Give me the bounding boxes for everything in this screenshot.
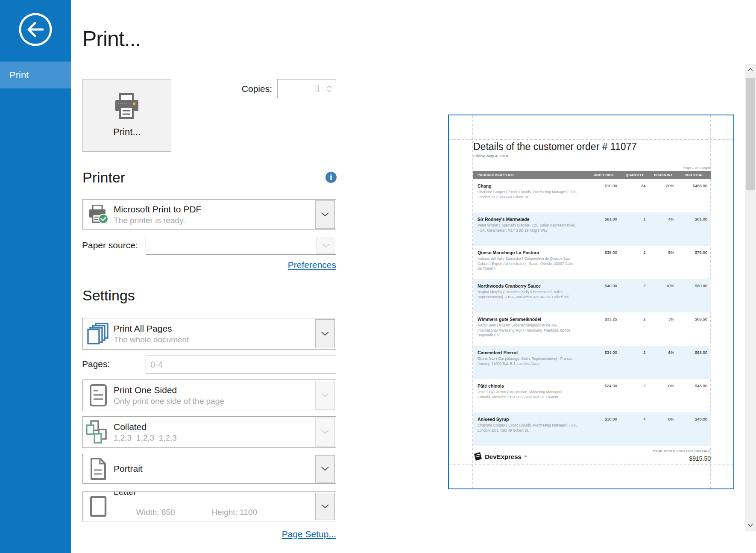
supplier-info: Jean-Guy Lauzon ( Ma Maison, Marketing M… <box>478 390 577 400</box>
printer-section-title: Printer <box>82 169 125 186</box>
preview-page[interactable]: Details of the customer order # 11077 Fr… <box>448 115 734 489</box>
report-total-value: $915.50 <box>653 455 711 462</box>
scroll-down-icon[interactable] <box>745 520 756 531</box>
report-total-label: TOTAL ORDER COST FOR THIS PAGE <box>653 449 711 453</box>
quantity-cell: 2 <box>621 346 649 379</box>
print-button-label: Print... <box>113 126 141 138</box>
discount-cell: 0% <box>649 412 677 446</box>
orientation-select[interactable]: Portrait <box>82 454 336 484</box>
one-sided-page-icon <box>89 384 108 407</box>
back-button[interactable] <box>17 11 54 48</box>
spin-up-icon[interactable] <box>327 85 332 89</box>
print-sided-select[interactable]: Print One Sided Only print one side of t… <box>82 379 336 411</box>
column-header: DISCOUNT <box>649 173 677 177</box>
quantity-cell: 2 <box>621 279 649 312</box>
preferences-link[interactable]: Preferences <box>288 260 336 270</box>
discount-cell: 10% <box>649 279 677 312</box>
printer-ready-icon <box>88 205 109 224</box>
print-range-title: Print All Pages <box>114 324 314 334</box>
discount-cell: 20% <box>649 179 677 212</box>
print-dialog-window: DXApplication Print Print... <box>0 0 756 553</box>
print-range-dropdown-button[interactable] <box>315 319 335 348</box>
margin-guide-bottom <box>449 464 733 465</box>
subtotal-cell: $80.00 <box>677 279 711 312</box>
paper-source-select[interactable] <box>146 237 336 255</box>
orientation-dropdown-button[interactable] <box>315 455 335 482</box>
page-setup-link[interactable]: Page Setup... <box>282 529 336 539</box>
discount-cell: 0% <box>649 379 677 412</box>
paper-height-label: Height: 1100 <box>212 508 257 517</box>
report-table-row: Pâté chinois Jean-Guy Lauzon ( Ma Maison… <box>473 379 711 412</box>
devexpress-logo-icon <box>473 452 483 461</box>
discount-cell: 5% <box>649 246 677 279</box>
chevron-down-icon <box>321 504 329 509</box>
spin-down-icon[interactable] <box>327 89 332 93</box>
subtotal-cell: $76.00 <box>677 246 711 279</box>
unit-price-cell: $34.00 <box>587 346 621 379</box>
column-header: UNIT PRICE <box>587 173 621 177</box>
subtotal-cell: $68.00 <box>677 346 711 379</box>
pages-placeholder: 0-4 <box>146 360 336 370</box>
column-header: QUANTITY <box>621 173 649 177</box>
product-name: Wimmers gute Semmelknödel <box>478 317 577 322</box>
sidebar-item-print[interactable]: Print <box>0 62 71 88</box>
report-table-row: Chang Charlotte Cooper ( Exotic Liquids,… <box>473 179 711 212</box>
chevron-down-icon <box>321 212 329 217</box>
copies-value: 1 <box>278 84 323 94</box>
supplier-info: Eliane Noz ( Gai pâturage, Sales Represe… <box>478 356 577 366</box>
pages-input[interactable]: 0-4 <box>146 356 336 374</box>
chevron-down-icon <box>322 244 330 248</box>
report-table-body: Chang Charlotte Cooper ( Exotic Liquids,… <box>473 179 711 446</box>
unit-price-cell: $33.25 <box>587 312 621 346</box>
report-table-header: PRODUCT/SUPPLIERUNIT PRICEQUANTITYDISCOU… <box>473 171 711 179</box>
report-table-row: Northwoods Cranberry Sauce Regina Murphy… <box>473 279 711 312</box>
discount-cell: 3% <box>649 312 677 346</box>
report-logo-text: DevExpress <box>485 453 522 460</box>
collated-icon <box>85 420 109 444</box>
quantity-cell: 4 <box>621 412 649 446</box>
discount-cell: 6% <box>649 346 677 379</box>
report-table-row: Sir Rodney's Marmalade Peter Wilson ( Sp… <box>473 212 711 246</box>
product-name: Queso Manchego La Pastora <box>478 250 577 255</box>
product-name: Chang <box>478 183 577 188</box>
chevron-down-icon <box>321 467 329 471</box>
supplier-info: Peter Wilson ( Specialty Biscuits, Ltd.,… <box>478 223 577 233</box>
report-date: Friday, May 4, 2018 <box>473 154 711 158</box>
scrollbar-thumb[interactable] <box>746 78 755 190</box>
paper-source-dropdown-button <box>316 238 335 254</box>
print-range-select[interactable]: Print All Pages The whole document <box>82 318 336 350</box>
print-sided-subtitle: Only print one side of the page <box>114 397 314 406</box>
back-arrow-icon <box>17 11 54 48</box>
info-icon[interactable]: i <box>325 172 337 183</box>
column-header: SUBTOTAL <box>677 173 711 177</box>
quantity-cell: 24 <box>621 179 649 212</box>
collate-select[interactable]: Collated 1,2,3 1,2,3 1,2,3 <box>82 416 336 448</box>
subtotal-cell: $40.00 <box>677 412 711 446</box>
collate-title: Collated <box>114 422 314 432</box>
subtotal-cell: $456.00 <box>677 179 711 212</box>
all-pages-icon <box>87 323 109 345</box>
report-table-row: Queso Manchego La Pastora Antonio del Va… <box>473 246 711 279</box>
subtotal-cell: $66.50 <box>677 312 711 346</box>
subtotal-cell: $48.00 <box>677 379 711 412</box>
printer-select[interactable]: Microsoft Print to PDF The printer is re… <box>82 199 336 230</box>
printer-dropdown-button[interactable] <box>315 200 335 229</box>
copies-stepper[interactable]: 1 <box>277 79 336 98</box>
product-name: Northwoods Cranberry Sauce <box>478 283 577 288</box>
preview-pane: Details of the customer order # 11077 Fr… <box>397 0 756 553</box>
print-range-subtitle: The whole document <box>114 335 314 344</box>
report-content: Details of the customer order # 11077 Fr… <box>473 140 711 462</box>
supplier-info: Charlotte Cooper ( Exotic Liquids, Purch… <box>478 190 577 200</box>
quantity-cell: 2 <box>621 379 649 412</box>
supplier-info: Charlotte Cooper ( Exotic Liquids, Purch… <box>478 423 577 433</box>
sidebar: Print <box>0 0 71 553</box>
unit-price-cell: $10.00 <box>587 412 621 446</box>
paper-size-dropdown-button[interactable] <box>315 493 335 520</box>
paper-size-select[interactable]: Letter Width: 850Height: 1100 <box>82 491 336 521</box>
scroll-up-icon[interactable] <box>745 64 756 75</box>
unit-price-cell: $81.00 <box>587 212 621 246</box>
report-table-row: Camembert Pierrot Eliane Noz ( Gai pâtur… <box>473 346 711 379</box>
quantity-cell: 1 <box>621 212 649 246</box>
chevron-down-icon <box>321 393 329 397</box>
preview-scrollbar[interactable] <box>745 64 756 531</box>
